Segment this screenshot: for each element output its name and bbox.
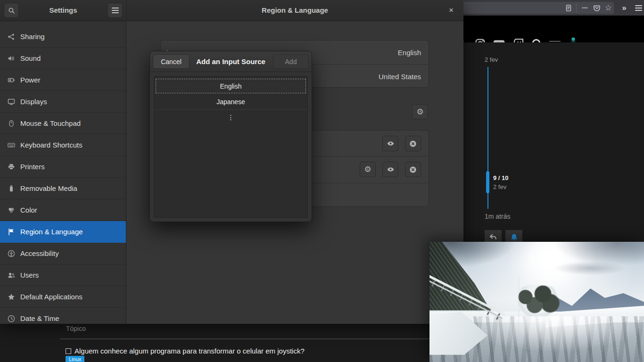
printer-icon xyxy=(8,163,15,171)
sidebar-label: Sound xyxy=(20,54,41,62)
gear-icon: ⚙ xyxy=(416,108,423,116)
sidebar-item-displays[interactable]: Displays xyxy=(0,91,126,113)
sidebar-item-sharing[interactable]: Sharing xyxy=(0,26,126,48)
sidebar-item-date-time[interactable]: Date & Time xyxy=(0,308,126,324)
window-menu-button[interactable] xyxy=(107,3,123,18)
dialog-title: Add an Input Source xyxy=(191,51,270,72)
input-source-1-remove-button[interactable] xyxy=(405,136,421,151)
sidebar-label: Printers xyxy=(20,163,45,171)
remove-circle-icon xyxy=(409,166,417,173)
input-sources-options-button[interactable]: ⚙ xyxy=(412,104,428,119)
language-value: English xyxy=(398,49,421,57)
timeline-last-activity[interactable]: 1m atrás xyxy=(485,213,510,220)
remove-circle-icon xyxy=(409,140,417,148)
input-source-options-list: English Japanese ⋮ xyxy=(154,76,308,218)
more-actions-icon[interactable]: ••• xyxy=(580,0,590,16)
sidebar-item-power[interactable]: Power xyxy=(0,69,126,91)
topic-tag-linux[interactable]: Linux xyxy=(66,356,84,362)
sidebar-label: Sharing xyxy=(20,33,45,41)
share-icon xyxy=(8,33,15,41)
close-window-button[interactable]: × xyxy=(445,4,458,17)
sidebar-item-users[interactable]: Users xyxy=(0,264,126,286)
sidebar-label: Region & Language xyxy=(20,228,83,236)
input-source-1-preview-button[interactable] xyxy=(382,136,398,151)
overflow-chevrons-icon[interactable]: » xyxy=(619,0,629,16)
sidebar-item-keyboard-shortcuts[interactable]: Keyboard Shortcuts xyxy=(0,134,126,156)
page-title: Region & Language xyxy=(126,0,463,21)
keyboard-icon xyxy=(8,141,15,149)
bookmark-star-icon[interactable]: ☆ xyxy=(603,0,613,16)
reply-arrow-icon xyxy=(489,233,497,241)
pocket-icon[interactable] xyxy=(592,0,602,16)
timeline-scrubber-handle[interactable] xyxy=(486,171,489,193)
eye-icon xyxy=(387,140,395,148)
flag-icon xyxy=(8,228,15,236)
eye-icon xyxy=(387,165,395,173)
pip-video-overlay[interactable] xyxy=(429,242,644,362)
battery-icon xyxy=(8,76,15,84)
sidebar-label: Date & Time xyxy=(20,314,59,322)
mouse-icon xyxy=(8,120,15,127)
formats-value: United States xyxy=(379,73,421,81)
hamburger-icon xyxy=(635,4,642,12)
monitor-icon xyxy=(8,98,15,106)
input-source-2-remove-button[interactable] xyxy=(405,162,421,177)
sidebar-item-color[interactable]: Color xyxy=(0,199,126,221)
dialog-titlebar: Cancel Add an Input Source Add xyxy=(150,51,312,72)
wire xyxy=(519,275,519,333)
settings-sidebar: Sharing Sound Power Displays Mouse & Tou… xyxy=(0,21,126,324)
speaker-icon xyxy=(8,55,15,62)
option-japanese[interactable]: Japanese xyxy=(154,94,307,110)
sidebar-label: Color xyxy=(20,206,37,214)
sidebar-item-default-applications[interactable]: Default Applications xyxy=(0,286,126,308)
sidebar-label: Mouse & Touchpad xyxy=(20,119,81,127)
sidebar-item-printers[interactable]: Printers xyxy=(0,156,126,178)
users-icon xyxy=(8,272,15,279)
reader-mode-icon[interactable] xyxy=(564,0,573,16)
sidebar-item-accessibility[interactable]: Accessibility xyxy=(0,243,126,264)
sidebar-label: Default Applications xyxy=(20,293,83,301)
input-source-2-preview-button[interactable] xyxy=(382,162,398,177)
cloud xyxy=(554,261,627,276)
sidebar-label: Users xyxy=(20,271,39,279)
input-source-2-settings-button[interactable]: ⚙ xyxy=(360,162,376,177)
sidebar-label: Removable Media xyxy=(20,184,77,192)
sidebar-label: Displays xyxy=(20,98,47,106)
clock-icon xyxy=(8,315,15,322)
sidebar-label: Accessibility xyxy=(20,249,59,257)
timeline-progress-date: 2 fev xyxy=(493,183,506,190)
topic-row[interactable]: Alguem conhece algum programa para trans… xyxy=(66,347,305,355)
usb-drive-icon xyxy=(8,185,15,192)
sidebar-label: Power xyxy=(20,76,41,84)
sidebar-item-region-language[interactable]: Region & Language xyxy=(0,221,126,243)
more-options-ellipsis[interactable]: ⋮ xyxy=(154,111,307,124)
topic-title-link[interactable]: Alguem conhece algum programa para trans… xyxy=(74,347,305,355)
settings-headerbar: Settings Region & Language × xyxy=(0,0,463,21)
star-icon xyxy=(8,293,15,301)
timeline-progress: 9 / 10 xyxy=(493,174,509,181)
screen: ••• ☆ » xyxy=(0,0,644,362)
sidebar-label: Keyboard Shortcuts xyxy=(20,141,83,149)
color-circles-icon xyxy=(8,206,15,214)
bell-icon xyxy=(510,233,518,241)
cancel-button[interactable]: Cancel xyxy=(153,54,190,69)
gear-icon: ⚙ xyxy=(364,165,371,173)
hamburger-icon xyxy=(112,6,119,15)
browser-menu-icon[interactable] xyxy=(634,0,643,16)
topic-column-header[interactable]: Tópico xyxy=(66,325,86,332)
sidebar-item-mouse-touchpad[interactable]: Mouse & Touchpad xyxy=(0,113,126,134)
option-english[interactable]: English xyxy=(156,79,306,93)
add-button[interactable]: Add xyxy=(273,54,309,69)
sidebar-item-sound[interactable]: Sound xyxy=(0,48,126,69)
toolbar-separator xyxy=(576,3,577,12)
timeline-start-date[interactable]: 2 fev xyxy=(485,56,498,63)
sidebar-item-removable-media[interactable]: Removable Media xyxy=(0,178,126,199)
accessibility-icon xyxy=(8,250,15,257)
add-input-source-dialog: Cancel Add an Input Source Add English J… xyxy=(149,51,312,222)
missing-glyph-box-icon xyxy=(66,348,71,354)
